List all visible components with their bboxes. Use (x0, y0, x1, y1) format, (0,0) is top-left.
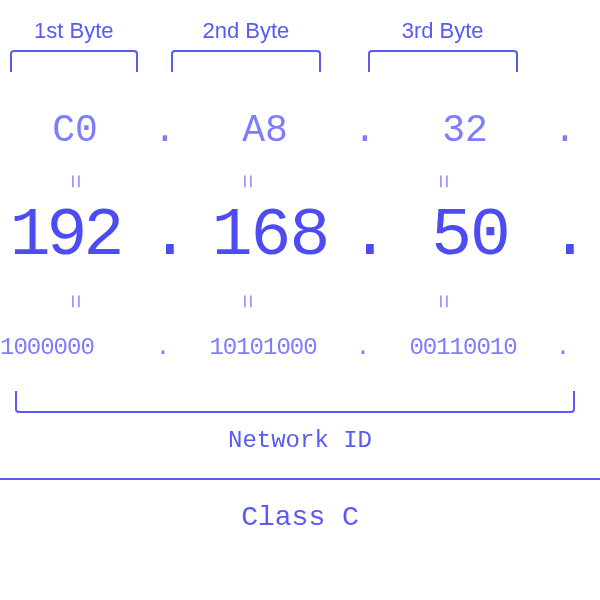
equals-row-bottom: = = = (0, 280, 600, 320)
hex-row: C0 . A8 . 32 . (0, 105, 600, 155)
hex-sep: . (550, 109, 580, 152)
network-id-label: Network ID (228, 427, 372, 454)
ip-diagram: 1st Byte 2nd Byte 3rd Byte C0 . A8 . 32 … (0, 0, 600, 600)
dec-octet-2: 168 (212, 197, 328, 274)
class-bracket-line (0, 478, 600, 480)
hex-sep: . (150, 109, 180, 152)
equals-icon: = (232, 294, 259, 306)
equals-icon: = (429, 174, 456, 186)
byte-label-1-text: 1st Byte (34, 18, 113, 44)
equals-icon: = (60, 294, 87, 306)
bin-sep: . (150, 334, 176, 361)
dec-octet-3: 50 (431, 197, 509, 274)
dec-sep: . (350, 197, 390, 274)
bracket-down-icon (171, 50, 321, 72)
byte-label-3-text: 3rd Byte (402, 18, 484, 44)
hex-octet-1: C0 (52, 109, 98, 152)
dec-sep: . (550, 197, 590, 274)
bin-sep: . (550, 334, 576, 361)
bracket-down-icon (368, 50, 518, 72)
bin-octet-1: 1000000 (0, 334, 94, 361)
dec-sep: . (150, 197, 190, 274)
bin-octet-3: 00110010 (409, 334, 516, 361)
equals-icon: = (232, 174, 259, 186)
binary-row: 1000000 . 10101000 . 00110010 . (0, 325, 600, 370)
decimal-row: 192 . 168 . 50 . (0, 195, 600, 275)
equals-row-top: = = = (0, 160, 600, 200)
byte-label-2-text: 2nd Byte (202, 18, 289, 44)
byte-label-1: 1st Byte (0, 18, 148, 72)
equals-icon: = (429, 294, 456, 306)
class-label: Class C (241, 502, 359, 533)
byte-labels-row: 1st Byte 2nd Byte 3rd Byte (0, 10, 600, 80)
byte-label-2: 2nd Byte (148, 18, 345, 72)
hex-sep: . (350, 109, 380, 152)
dec-octet-1: 192 (10, 197, 120, 274)
bracket-up-icon (15, 391, 575, 413)
hex-octet-3: 32 (442, 109, 488, 152)
bracket-down-icon (10, 50, 138, 72)
bin-octet-2: 10101000 (209, 334, 316, 361)
network-id-row: Network ID (0, 385, 600, 460)
class-row: Class C (0, 475, 600, 535)
equals-icon: = (60, 174, 87, 186)
bin-sep: . (350, 334, 376, 361)
byte-label-3: 3rd Byte (344, 18, 541, 72)
hex-octet-2: A8 (242, 109, 288, 152)
